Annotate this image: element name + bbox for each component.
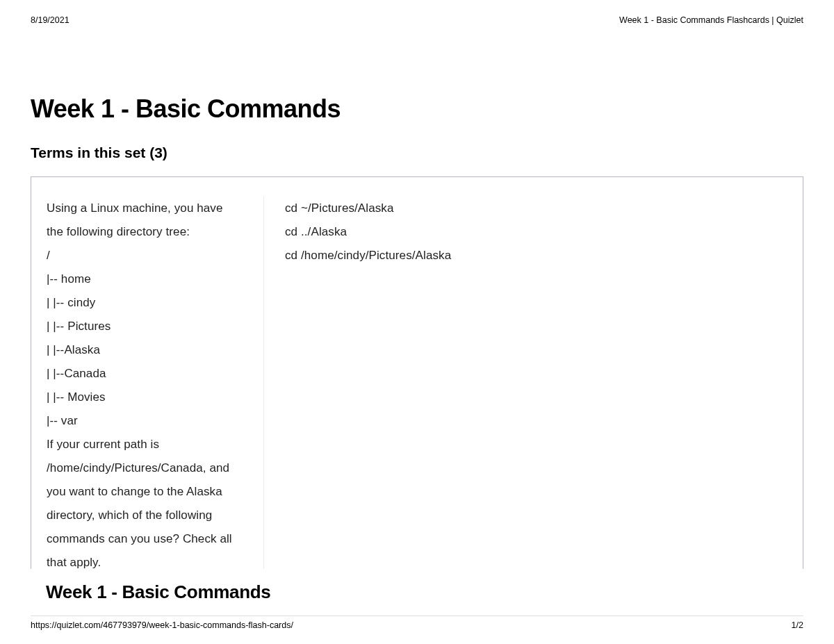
term-line: | |-- Movies: [47, 386, 256, 409]
print-title: Week 1 - Basic Commands Flashcards | Qui…: [619, 15, 803, 25]
term-line: | |-- cindy: [47, 291, 256, 315]
print-date: 8/19/2021: [31, 15, 70, 25]
definition-line: cd ../Alaska: [285, 220, 803, 244]
term-line: Using a Linux machine, you have: [47, 197, 256, 220]
term-line: the following directory tree:: [47, 220, 256, 244]
footer-page-title: Week 1 - Basic Commands: [46, 581, 803, 603]
term-line: /: [47, 244, 256, 267]
term-line: directory, which of the following: [47, 504, 256, 527]
term-line: /home/cindy/Pictures/Canada, and: [47, 456, 256, 480]
flashcard-definition: cd ~/Pictures/Alaska cd ../Alaska cd /ho…: [264, 197, 803, 569]
page-title: Week 1 - Basic Commands: [31, 94, 803, 124]
definition-line: cd ~/Pictures/Alaska: [285, 197, 803, 220]
term-line: commands can you use? Check all: [47, 527, 256, 551]
terms-count-heading: Terms in this set (3): [31, 145, 803, 161]
term-line: |-- home: [47, 267, 256, 291]
footer-url: https://quizlet.com/467793979/week-1-bas…: [31, 620, 293, 630]
term-line: If your current path is: [47, 433, 256, 456]
footer-title-band: Week 1 - Basic Commands: [0, 581, 834, 603]
footer-page-number: 1/2: [792, 620, 803, 630]
term-line: |-- var: [47, 409, 256, 433]
flashcard-container: Using a Linux machine, you have the foll…: [31, 176, 803, 569]
term-line: that apply.: [47, 551, 256, 569]
print-footer: https://quizlet.com/467793979/week-1-bas…: [31, 616, 803, 630]
term-line: | |--Canada: [47, 362, 256, 386]
term-line: you want to change to the Alaska: [47, 480, 256, 504]
flashcard-term: Using a Linux machine, you have the foll…: [31, 197, 264, 569]
content: Week 1 - Basic Commands Terms in this se…: [0, 94, 834, 569]
term-line: | |-- Pictures: [47, 315, 256, 338]
definition-line: cd /home/cindy/Pictures/Alaska: [285, 244, 803, 267]
print-header: 8/19/2021 Week 1 - Basic Commands Flashc…: [0, 0, 834, 25]
term-line: | |--Alaska: [47, 338, 256, 362]
